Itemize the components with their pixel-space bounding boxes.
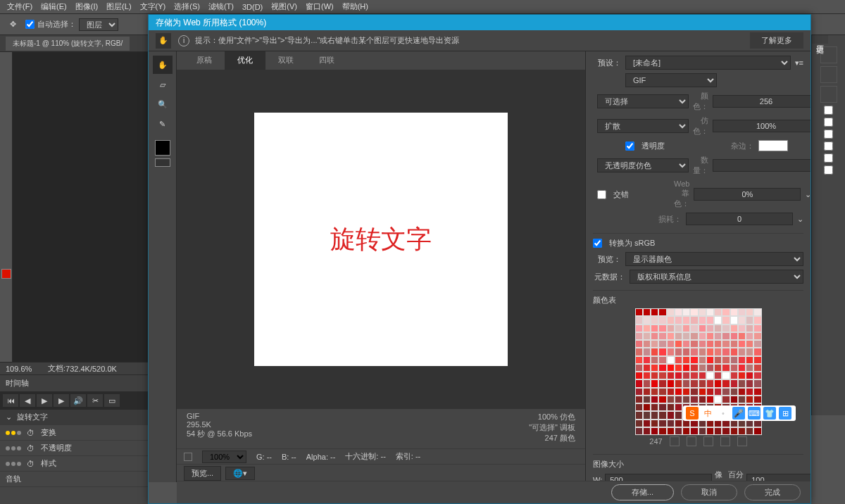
timeline-prop-transform[interactable]: ⏱ 变换 [0,425,148,441]
tl-play-icon[interactable]: ▶ [37,394,52,407]
tool-eraser[interactable] [1,167,12,180]
menu-edit[interactable]: 编辑(E) [37,1,71,12]
layer-vis-3[interactable] [824,130,833,139]
dlg-slice-vis[interactable] [155,158,170,167]
tl-first-icon[interactable]: ⏮ [3,394,18,407]
dither-input[interactable] [713,120,810,132]
zoom-select[interactable]: 100% [202,451,246,463]
menu-type[interactable]: 文字(Y) [136,1,170,12]
trans-dither-select[interactable]: 无透明度仿色 [597,158,689,172]
browser-select[interactable]: 🌐▾ [225,467,255,480]
transparency-checkbox[interactable] [625,141,634,151]
preview-browser-button[interactable]: 预览... [184,466,221,481]
autoselect-target[interactable]: 图层 [79,18,118,31]
zoom-level[interactable]: 109.6% [6,365,48,373]
tab-optimized[interactable]: 优化 [225,51,265,70]
menu-3d[interactable]: 3D(D) [238,3,267,11]
hand-tool-icon[interactable]: ✋ [156,33,171,49]
tl-split-icon[interactable]: ✂ [87,394,103,407]
stopwatch-icon[interactable]: ⏱ [27,429,37,437]
layer-vis-5[interactable] [824,153,833,163]
brush-panel-icon[interactable] [820,46,837,63]
reduction-select[interactable]: 可选择 [597,94,689,108]
ime-punct-icon[interactable]: • [717,407,730,420]
timeline-header[interactable]: 时间轴 [0,375,148,391]
ime-logo-icon[interactable]: S [686,407,699,420]
tool-eyedropper[interactable] [1,125,12,138]
tool-hand[interactable] [1,237,12,251]
dlg-eyedropper-tool[interactable]: ✎ [153,115,173,133]
lossy-input[interactable] [686,213,793,225]
tool-brush[interactable] [1,139,12,152]
text-panel-icon[interactable] [820,66,837,83]
tab-4up[interactable]: 四联 [306,51,347,70]
stopwatch-icon[interactable]: ⏱ [27,444,37,453]
learn-more-button[interactable]: 了解更多 [750,32,803,49]
ct-icon-2[interactable] [687,436,696,446]
ct-icon-4[interactable] [720,436,730,446]
layer-vis-2[interactable] [824,118,833,127]
tool-marquee[interactable] [1,68,12,82]
tool-lasso[interactable] [1,82,12,96]
keyframe-prev-icon[interactable] [6,431,10,435]
ime-keyboard-icon[interactable]: ⌨ [748,407,760,420]
menu-select[interactable]: 选择(S) [170,1,204,12]
timeline-audio-row[interactable]: 音轨 [0,472,148,487]
preset-select[interactable]: [未命名] [625,56,791,70]
save-button[interactable]: 存储... [611,484,674,500]
menu-filter[interactable]: 滤镜(T) [204,1,238,12]
dither-select[interactable]: 扩散 [597,119,689,133]
format-select[interactable]: GIF [625,73,717,87]
ime-lang[interactable]: 中 [701,407,714,420]
cancel-button[interactable]: 取消 [681,484,737,500]
tab-original[interactable]: 原稿 [184,51,225,70]
menu-image[interactable]: 图像(I) [71,1,102,12]
preset-menu-icon[interactable]: ▾≡ [795,58,803,68]
timeline-layer-row[interactable]: ⌄ 旋转文字 [0,410,148,425]
tl-next-icon[interactable]: ▶ [54,394,69,407]
lossy-dropdown-icon[interactable]: ⌄ [797,215,803,224]
websnap-input[interactable] [694,188,801,201]
tool-gradient[interactable] [1,181,12,194]
ct-icon-3[interactable] [703,436,713,446]
dlg-color-swatch[interactable] [155,140,170,156]
websnap-dropdown-icon[interactable]: ⌄ [805,190,810,199]
ime-menu-icon[interactable]: ⊞ [779,407,791,420]
layer-vis-1[interactable] [824,106,833,115]
menu-help[interactable]: 帮助(H) [338,1,373,12]
ct-icon-1[interactable] [670,436,680,446]
tool-pen[interactable] [1,195,12,208]
document-tab[interactable]: 未标题-1 @ 110% (旋转文字, RGB/ [6,37,130,51]
timeline-prop-opacity[interactable]: ⏱ 不透明度 [0,441,148,456]
ct-trash-icon[interactable] [737,436,747,446]
ime-toolbar[interactable]: S 中 • 🎤 ⌨ 👕 ⊞ [683,405,796,421]
keyframe-add-icon[interactable] [11,431,15,435]
colors-input[interactable] [713,95,810,108]
keyframe-next-icon[interactable] [17,431,21,435]
menu-layer[interactable]: 图层(L) [102,1,135,12]
metadata-select[interactable]: 版权和联系信息 [630,270,803,284]
tool-stamp[interactable] [1,153,12,166]
done-button[interactable]: 完成 [744,484,801,500]
move-panel-icon[interactable] [820,86,837,103]
layer-vis-6[interactable] [824,165,833,175]
foreground-swatch[interactable] [1,269,11,279]
tool-text[interactable] [1,209,12,222]
srgb-checkbox[interactable] [593,239,602,248]
menu-file[interactable]: 文件(F) [3,1,37,12]
ime-skin-icon[interactable]: 👕 [763,407,776,420]
preview-canvas[interactable]: 旋转文字 [177,70,585,409]
menu-view[interactable]: 视图(V) [267,1,301,12]
tab-2up[interactable]: 双联 [265,51,306,70]
tool-move[interactable] [1,54,12,68]
tl-trans-icon[interactable]: ▭ [104,394,120,407]
tool-wand[interactable] [1,96,12,110]
tl-audio-icon[interactable]: 🔊 [70,394,86,407]
tool-shape[interactable] [1,223,12,237]
tl-prev-icon[interactable]: ◀ [20,394,35,407]
ime-mic-icon[interactable]: 🎤 [732,407,745,420]
chevron-down-icon[interactable]: ⌄ [6,412,14,422]
history-panel-tab[interactable]: 历史记录 [812,35,828,44]
matte-swatch[interactable] [758,140,788,151]
timeline-prop-style[interactable]: ⏱ 样式 [0,456,148,472]
